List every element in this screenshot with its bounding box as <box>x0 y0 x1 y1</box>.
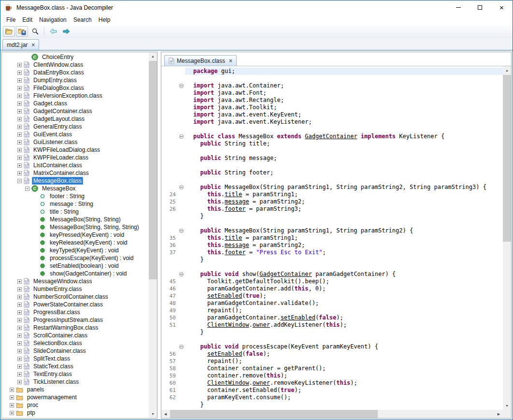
code-text[interactable]: package gui; <box>185 68 503 75</box>
expand-icon[interactable]: + <box>17 86 22 90</box>
code-text[interactable]: this.message = paramString2; <box>185 198 503 205</box>
expand-icon[interactable]: + <box>17 125 22 129</box>
expand-icon[interactable]: + <box>17 94 22 98</box>
code-link[interactable]: footer <box>225 205 245 212</box>
code-text[interactable]: repaint(); <box>185 358 503 365</box>
code-text[interactable] <box>185 126 503 133</box>
tree-item[interactable]: keyPressed(KeyEvent) : void <box>2 231 149 239</box>
expand-icon[interactable]: + <box>17 63 22 67</box>
tree-item[interactable]: +010101GadgetContainer.class <box>2 107 149 115</box>
tree-item[interactable]: MessageBox(String, String) <box>2 216 149 223</box>
tree-item[interactable]: +010101TextEntry.class <box>2 370 149 378</box>
tree-item[interactable]: +010101KWPFileLoadDialog.class <box>2 146 149 154</box>
code-text[interactable]: public void processEscape(KeyEvent param… <box>185 343 503 350</box>
expand-icon[interactable]: + <box>17 171 22 175</box>
expand-icon[interactable]: + <box>17 109 22 114</box>
code-text[interactable] <box>185 176 503 184</box>
scroll-right-button[interactable]: ▶ <box>495 410 503 418</box>
code-text[interactable]: public String title; <box>185 140 503 147</box>
scroll-thumb[interactable] <box>170 410 378 418</box>
code-text[interactable]: this.title = paramString1; <box>185 234 503 242</box>
code-link[interactable]: GadgetContainer <box>259 271 312 277</box>
code-text[interactable]: repaint(); <box>185 307 503 314</box>
expand-icon[interactable]: + <box>17 132 22 137</box>
code-text[interactable]: } <box>185 213 503 220</box>
editor-tab[interactable]: MessageBox.class <box>164 55 237 66</box>
expand-icon[interactable]: + <box>17 349 22 353</box>
code-link[interactable]: title <box>225 234 242 241</box>
fold-collapse-icon[interactable] <box>179 272 184 276</box>
tree-item[interactable]: message : String <box>2 200 149 208</box>
code-text[interactable]: paramKeyEvent.consume(); <box>185 394 503 401</box>
code-text[interactable]: Container container = getParent(); <box>185 365 503 372</box>
tree-item[interactable]: +proc <box>2 401 149 409</box>
tree-item[interactable]: +010101SlideContainer.class <box>2 347 149 355</box>
code-text[interactable] <box>185 220 503 227</box>
expand-icon[interactable]: + <box>17 140 22 145</box>
tree-item[interactable]: +010101SelectionBox.class <box>2 339 149 347</box>
fold-collapse-icon[interactable] <box>179 185 184 189</box>
code-text[interactable]: import java.awt.event.KeyListener; <box>185 118 503 126</box>
code-link[interactable]: setEnabled <box>207 292 242 299</box>
code-text[interactable]: setEnabled(false); <box>185 350 503 358</box>
tree-item[interactable]: processEscape(KeyEvent) : void <box>2 254 149 262</box>
code-text[interactable] <box>185 147 503 155</box>
tree-item[interactable]: show(GadgetContainer) : void <box>2 270 149 277</box>
code-text[interactable]: this.footer = paramString3; <box>185 205 503 213</box>
expand-icon[interactable]: + <box>17 117 22 121</box>
tree-item[interactable]: +010101SplitText.class <box>2 355 149 362</box>
scroll-up-button[interactable]: ▲ <box>503 66 511 74</box>
save-all-sources-button[interactable] <box>16 26 28 37</box>
code-link[interactable]: owner <box>253 379 270 386</box>
forward-button[interactable] <box>60 26 72 37</box>
scroll-left-button[interactable]: ◀ <box>161 410 170 418</box>
scroll-up-button[interactable]: ▲ <box>149 52 157 60</box>
tree-item[interactable]: +010101RestartWarningBox.class <box>2 324 149 332</box>
expand-icon[interactable]: + <box>17 326 22 330</box>
tree-item[interactable]: +010101TickListener.class <box>2 378 149 386</box>
minimize-button[interactable] <box>447 0 469 14</box>
tree-item[interactable]: title : String <box>2 208 149 216</box>
expand-icon[interactable]: + <box>17 303 22 307</box>
tree-item[interactable]: +010101NumberScrollContainer.class <box>2 293 149 301</box>
tree-item[interactable]: +010101FileDialogBox.class <box>2 84 149 92</box>
code-text[interactable]: Toolkit.getDefaultToolkit().beep(); <box>185 278 503 285</box>
expand-icon[interactable]: + <box>17 148 22 152</box>
expand-icon[interactable]: + <box>17 364 22 369</box>
tree-item[interactable]: +010101GuiEvent.class <box>2 130 149 138</box>
tree-scrollbar[interactable]: ▲ ▼ <box>149 52 157 418</box>
expand-icon[interactable]: + <box>17 310 22 315</box>
code-text[interactable]: public MessageBox(String paramString1, S… <box>185 184 503 191</box>
code-text[interactable] <box>185 75 503 82</box>
code-link[interactable]: GadgetContainer <box>305 133 357 140</box>
tree-item[interactable]: +010101GuiListener.class <box>2 138 149 146</box>
tree-item[interactable]: +010101ProgressInputStream.class <box>2 316 149 324</box>
code-text[interactable]: ClientWindow.owner.addKeyListener(this); <box>185 321 503 329</box>
expand-icon[interactable]: + <box>17 101 22 106</box>
tree-item[interactable]: +010101GadgetLayout.class <box>2 115 149 123</box>
menu-item-help[interactable]: Help <box>95 15 114 25</box>
fold-collapse-icon[interactable] <box>179 134 184 139</box>
editor-vertical-scrollbar[interactable]: ▲ ▼ <box>503 66 511 410</box>
expand-icon[interactable]: + <box>17 295 22 299</box>
code-text[interactable]: import java.awt.Container; <box>185 82 503 89</box>
tree-item[interactable]: −010101MessageBox.class <box>2 177 149 185</box>
scroll-thumb[interactable] <box>149 61 157 279</box>
tree-item[interactable]: +010101FileVersionException.class <box>2 92 149 100</box>
expand-icon[interactable]: + <box>17 333 22 338</box>
code-text[interactable]: container.setEnabled(true); <box>185 387 503 394</box>
splitter-sash[interactable] <box>157 52 161 419</box>
menu-item-edit[interactable]: Edit <box>19 15 36 25</box>
code-link[interactable]: setEnabled <box>207 350 242 357</box>
expand-icon[interactable]: + <box>10 411 14 415</box>
code-link[interactable]: footer <box>225 249 245 256</box>
tree-item[interactable]: +010101ProgressBar.class <box>2 308 149 316</box>
tree-item[interactable]: +powermanagement <box>2 393 149 401</box>
expand-icon[interactable]: + <box>17 372 22 377</box>
tree-item[interactable]: +010101MessageWindow.class <box>2 277 149 285</box>
expand-icon[interactable]: + <box>17 156 22 160</box>
tree-item[interactable]: +ptp <box>2 409 149 417</box>
scroll-thumb[interactable] <box>503 75 511 242</box>
tree-item[interactable]: MessageBox(String, String, String) <box>2 223 149 231</box>
tree-item[interactable]: setEnabled(boolean) : void <box>2 262 149 270</box>
